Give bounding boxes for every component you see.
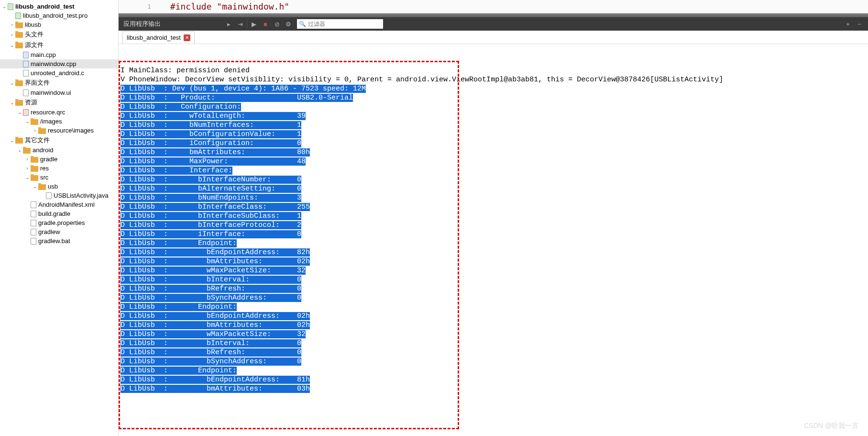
tree-item[interactable]: ⌄资源 [0,97,118,108]
chevron-icon[interactable]: › [24,166,31,171]
console-line[interactable]: D LibUsb : iConfiguration: 0 [121,139,866,148]
tree-item[interactable]: gradlew [0,227,118,236]
console-line[interactable]: D LibUsb : bEndpointAddress: 82h [121,248,866,257]
tree-item[interactable]: ›res [0,164,118,173]
run-arrow-icon[interactable]: ▸ [223,19,234,29]
console-line[interactable]: D LibUsb : wTotalLength: 39 [121,112,866,121]
tree-item[interactable]: ⌄libusb_android_test [0,2,118,11]
tree-item[interactable]: ⌄界面文件 [0,78,118,88]
chevron-icon[interactable]: › [9,32,15,37]
project-tree[interactable]: ⌄libusb_android_testlibusb_android_test.… [0,0,119,436]
tree-item[interactable]: USBListActivity.java [0,191,118,200]
console-line[interactable]: D LibUsb : Configuration: [121,102,866,112]
tree-item[interactable]: mainwindow.cpp [0,59,118,68]
console-line[interactable]: D LibUsb : MaxPower: 48 [121,157,866,166]
chevron-icon[interactable]: ⌄ [9,80,15,86]
tree-item[interactable]: ⌄android [0,145,118,155]
tree-item[interactable]: AndroidManifest.xml [0,200,118,209]
tree-item[interactable]: libusb_android_test.pro [0,11,118,20]
chevron-icon[interactable]: ⌄ [24,119,31,124]
console-line[interactable]: D LibUsb : bSynchAddress: 0 [121,293,866,302]
console-line[interactable]: D LibUsb : bSynchAddress: 0 [121,357,866,366]
console-line[interactable]: D LibUsb : bmAttributes: 02h [121,321,866,330]
output-tab[interactable]: libusb_android_test ✕ [122,31,195,44]
console-line[interactable]: D LibUsb : bInterfaceSubClass: 1 [121,212,866,221]
tree-item[interactable]: ⌄resource.qrc [0,108,118,117]
console-line[interactable]: D LibUsb : wMaxPacketSize: 32 [121,266,866,275]
tree-label: gradlew [38,228,116,235]
remove-icon[interactable]: − [854,19,865,29]
chevron-icon[interactable]: ⌄ [16,110,23,115]
tree-item[interactable]: ›libusb [0,20,118,29]
console-line[interactable]: D LibUsb : bRefresh: 0 [121,348,866,357]
tree-label: 源文件 [25,41,116,49]
console-line[interactable]: D LibUsb : bmAttributes: 02h [121,257,866,266]
console-line[interactable]: D LibUsb : bInterfaceClass: 255 [121,202,866,212]
add-icon[interactable]: + [843,19,853,29]
tree-item[interactable]: ⌄src [0,173,118,182]
tree-item[interactable]: ›resource\images [0,126,118,135]
console-line[interactable]: D LibUsb : bInterfaceProtocol: 2 [121,221,866,230]
console-line[interactable]: D LibUsb : bConfigurationValue: 1 [121,130,866,139]
tree-item[interactable]: ⌄usb [0,182,118,191]
tree-item[interactable]: gradle.properties [0,218,118,227]
console-line[interactable]: D LibUsb : Dev (bus 1, device 4): 1A86 -… [121,84,866,93]
chevron-icon[interactable]: ⌄ [24,175,31,180]
tree-item[interactable]: unrooted_android.c [0,68,118,78]
console-line[interactable]: D LibUsb : bNumEndpoints: 3 [121,193,866,202]
chevron-icon[interactable]: ⌄ [9,100,15,105]
tree-item[interactable]: gradlew.bat [0,236,118,246]
console-line[interactable]: D LibUsb : wMaxPacketSize: 32 [121,330,866,339]
console-line[interactable]: D LibUsb : bInterval: 0 [121,339,866,348]
console-line[interactable]: D LibUsb : bNumInterfaces: 1 [121,121,866,130]
step-icon[interactable]: ⇥ [235,19,245,29]
close-icon[interactable]: ✕ [184,34,190,41]
console-line[interactable]: D LibUsb : bInterval: 0 [121,275,866,284]
chevron-icon[interactable]: ⌄ [1,4,8,9]
console-line[interactable]: I MainClass: permission denied [121,66,866,75]
chevron-icon[interactable]: ⌄ [16,147,23,153]
tree-item[interactable]: ⌄/images [0,117,118,126]
console-line[interactable]: D LibUsb : bRefresh: 0 [121,284,866,293]
stop-icon[interactable]: ■ [260,19,271,29]
console-line[interactable]: D LibUsb : bmAttributes: 80h [121,148,866,157]
console-line[interactable]: D LibUsb : bEndpointAddress: 81h [121,375,866,384]
chevron-icon[interactable]: ⌄ [9,43,15,48]
settings-icon[interactable]: ⚙ [283,19,294,29]
console-line[interactable]: D LibUsb : bEndpointAddress: 02h [121,312,866,321]
filter-input[interactable] [308,21,381,27]
console-output[interactable]: I MainClass: permission deniedV PhoneWin… [119,44,868,436]
tree-item[interactable]: ⌄其它文件 [0,135,118,145]
tree-item[interactable]: ›头文件 [0,29,118,40]
console-line[interactable]: V PhoneWindow: DecorView setVisiblity: v… [121,75,866,84]
chevron-icon[interactable]: › [9,22,15,27]
tree-item[interactable]: ⌄源文件 [0,40,118,50]
tree-label: resource.qrc [31,109,116,116]
chevron-icon[interactable]: › [24,157,31,162]
clear-icon[interactable]: ⊘ [272,19,282,29]
scrollbar[interactable] [119,13,868,17]
output-tab-bar: libusb_android_test ✕ [119,31,868,44]
console-line[interactable]: D LibUsb : bmAttributes: 03h [121,384,866,393]
qrc-icon [23,109,29,116]
console-line[interactable]: D LibUsb : iInterface: 0 [121,230,866,239]
console-line[interactable]: D LibUsb : bInterfaceNumber: 0 [121,175,866,184]
tree-item[interactable]: mainwindow.ui [0,88,118,97]
tree-item[interactable]: main.cpp [0,50,118,59]
console-line[interactable]: D LibUsb : Endpoint: [121,366,866,375]
tree-item[interactable]: ›gradle [0,155,118,164]
search-icon: 🔍 [299,21,306,27]
play-icon[interactable]: ▶ [249,19,259,29]
folder-icon [31,166,38,172]
chevron-icon[interactable]: › [32,128,38,133]
tree-item[interactable]: build.gradle [0,209,118,218]
console-line[interactable]: D LibUsb : Endpoint: [121,239,866,248]
chevron-icon[interactable]: ⌄ [32,184,38,189]
console-line[interactable]: D LibUsb : Product: USB2.0-Serial [121,93,866,102]
filter-box[interactable]: 🔍 [297,19,383,29]
console-line[interactable]: D LibUsb : Interface: [121,166,866,175]
chevron-icon[interactable]: ⌄ [9,138,15,143]
tree-label: AndroidManifest.xml [38,201,116,208]
console-line[interactable]: D LibUsb : Endpoint: [121,302,866,312]
console-line[interactable]: D LibUsb : bAlternateSetting: 0 [121,184,866,193]
